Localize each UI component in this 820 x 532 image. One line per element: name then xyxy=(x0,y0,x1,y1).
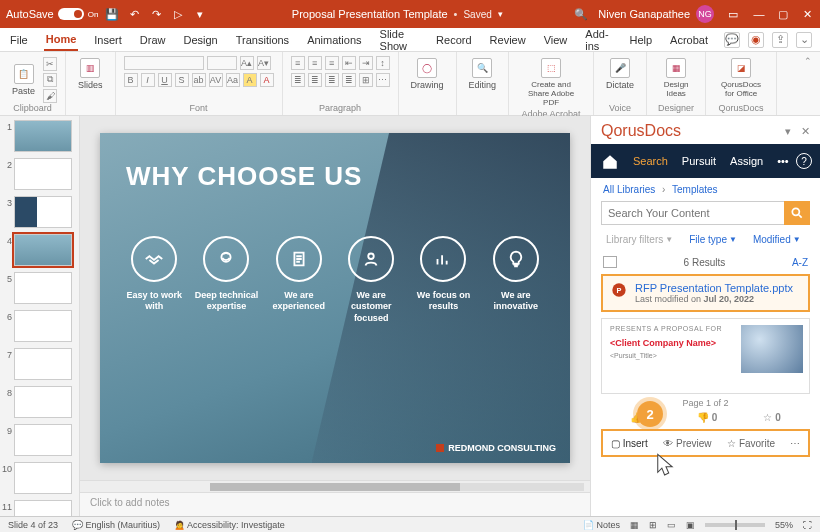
paste-button[interactable]: 📋 Paste xyxy=(8,62,39,98)
tab-insert[interactable]: Insert xyxy=(92,30,124,50)
collapse-icon[interactable]: ⌃ xyxy=(796,52,820,115)
slide-title[interactable]: WHY CHOOSE US xyxy=(100,133,570,192)
thumbnail-11[interactable]: 11 xyxy=(2,500,77,516)
home-icon[interactable] xyxy=(601,153,619,169)
more-actions-icon[interactable]: ⋯ xyxy=(786,438,804,449)
tab-acrobat[interactable]: Acrobat xyxy=(668,30,710,50)
zoom-slider[interactable] xyxy=(705,523,765,527)
doc-name[interactable]: Proposal Presentation Template xyxy=(292,8,448,20)
filter-library[interactable]: Library filters▼ xyxy=(601,231,678,248)
drawing-button[interactable]: ◯Drawing xyxy=(407,56,448,92)
thumbnail-9[interactable]: 9 xyxy=(2,424,77,456)
crumb-current[interactable]: Templates xyxy=(672,184,718,195)
favorite-button[interactable]: ☆ Favorite xyxy=(723,438,779,449)
feature-6[interactable]: We are innovative xyxy=(480,236,552,313)
search-input[interactable] xyxy=(601,201,784,225)
overflow-icon[interactable]: ▾ xyxy=(194,8,206,20)
share-icon[interactable]: ⇪ xyxy=(772,32,788,48)
react-star[interactable]: ☆ 0 xyxy=(763,412,781,423)
cut-icon[interactable]: ✂ xyxy=(43,57,57,71)
format-painter-icon[interactable]: 🖌 xyxy=(43,89,57,103)
tab-view[interactable]: View xyxy=(542,30,570,50)
tab-file[interactable]: File xyxy=(8,30,30,50)
lang-indicator[interactable]: 💬 English (Mauritius) xyxy=(72,520,160,530)
notes-pane[interactable]: Click to add notes xyxy=(80,492,590,516)
feature-5[interactable]: We focus on results xyxy=(407,236,479,313)
slide-counter[interactable]: Slide 4 of 23 xyxy=(8,520,58,530)
toggle-switch[interactable] xyxy=(58,8,84,20)
thumbnail-2[interactable]: 2 xyxy=(2,158,77,190)
zoom-value[interactable]: 55% xyxy=(775,520,793,530)
minimize-icon[interactable]: — xyxy=(752,8,766,21)
preview-button[interactable]: 👁 Preview xyxy=(659,438,716,449)
redo-icon[interactable]: ↷ xyxy=(150,8,162,20)
slide-canvas[interactable]: WHY CHOOSE US Easy to work with Deep tec… xyxy=(80,116,590,480)
feature-1[interactable]: Easy to work with xyxy=(118,236,190,313)
view-sorter-icon[interactable]: ⊞ xyxy=(649,520,657,530)
tab-design[interactable]: Design xyxy=(181,30,219,50)
adobe-pdf-button[interactable]: ⬚Create and Share Adobe PDF xyxy=(517,56,585,109)
feature-4[interactable]: We are customer focused xyxy=(335,236,407,324)
announce-icon[interactable] xyxy=(603,256,617,268)
react-neutral[interactable]: 👎 0 xyxy=(697,412,718,423)
tab-transitions[interactable]: Transitions xyxy=(234,30,291,50)
search-button[interactable] xyxy=(784,201,810,225)
thumbnail-3[interactable]: 3 xyxy=(2,196,77,228)
view-slideshow-icon[interactable]: ▣ xyxy=(686,520,695,530)
horizontal-scrollbar[interactable] xyxy=(80,480,590,492)
pane-menu-icon[interactable]: ▾ xyxy=(785,125,791,138)
fit-to-window-icon[interactable]: ⛶ xyxy=(803,520,812,530)
feature-2[interactable]: Deep technical expertise xyxy=(190,236,262,313)
result-preview[interactable]: PRESENTS A PROPOSAL FOR <Client Company … xyxy=(601,318,810,394)
undo-icon[interactable]: ↶ xyxy=(128,8,140,20)
view-reading-icon[interactable]: ▭ xyxy=(667,520,676,530)
tab-animations[interactable]: Animations xyxy=(305,30,363,50)
tab-addins[interactable]: Add-ins xyxy=(583,24,613,56)
design-ideas-button[interactable]: ▦Design Ideas xyxy=(655,56,697,100)
view-normal-icon[interactable]: ▦ xyxy=(630,520,639,530)
result-card[interactable]: P RFP Presentation Template.pptx Last mo… xyxy=(601,274,810,312)
ribbon-mode-icon[interactable]: ▭ xyxy=(728,8,738,21)
tab-review[interactable]: Review xyxy=(488,30,528,50)
tab-help[interactable]: Help xyxy=(627,30,654,50)
tab-slideshow[interactable]: Slide Show xyxy=(378,24,421,56)
maximize-icon[interactable]: ▢ xyxy=(776,8,790,21)
insert-button[interactable]: ▢ Insert xyxy=(607,438,652,449)
crumb-root[interactable]: All Libraries xyxy=(603,184,655,195)
nav-assign[interactable]: Assign xyxy=(730,155,763,167)
catchup-icon[interactable]: ◉ xyxy=(748,32,764,48)
collapse-ribbon-icon[interactable]: ⌄ xyxy=(796,32,812,48)
preview-pager[interactable]: Page 1 of 2 xyxy=(591,394,820,412)
slides-button[interactable]: ▥ Slides xyxy=(74,56,107,92)
close-icon[interactable]: ✕ xyxy=(800,8,814,21)
thumbnail-6[interactable]: 6 xyxy=(2,310,77,342)
present-icon[interactable]: ▷ xyxy=(172,8,184,20)
tab-home[interactable]: Home xyxy=(44,29,79,51)
thumbnail-8[interactable]: 8 xyxy=(2,386,77,418)
nav-pursuit[interactable]: Pursuit xyxy=(682,155,716,167)
search-icon[interactable]: 🔍 xyxy=(574,8,588,21)
pane-close-icon[interactable]: ✕ xyxy=(801,125,810,138)
tab-draw[interactable]: Draw xyxy=(138,30,168,50)
tab-record[interactable]: Record xyxy=(434,30,473,50)
filter-modified[interactable]: Modified▼ xyxy=(748,231,806,248)
accessibility-indicator[interactable]: 🙍 Accessibility: Investigate xyxy=(174,520,285,530)
nav-search[interactable]: Search xyxy=(633,155,668,167)
thumbnail-7[interactable]: 7 xyxy=(2,348,77,380)
qorusdocs-button[interactable]: ◪QorusDocs for Office xyxy=(714,56,768,100)
thumbnail-4[interactable]: 4 xyxy=(2,234,77,266)
thumbnail-panel[interactable]: 1 2 3 4 5 6 7 8 9 10 11 xyxy=(0,116,80,516)
save-icon[interactable]: 💾 xyxy=(106,8,118,20)
current-slide[interactable]: WHY CHOOSE US Easy to work with Deep tec… xyxy=(100,133,570,463)
copy-icon[interactable]: ⧉ xyxy=(43,73,57,87)
notes-toggle[interactable]: 📄 Notes xyxy=(583,520,620,530)
comments-icon[interactable]: 💬 xyxy=(724,32,740,48)
help-icon[interactable]: ? xyxy=(796,153,812,169)
filter-file-type[interactable]: File type▼ xyxy=(684,231,742,248)
feature-3[interactable]: We are experienced xyxy=(263,236,335,313)
user-account[interactable]: Niven Ganapathee NG xyxy=(598,5,714,23)
thumbnail-10[interactable]: 10 xyxy=(2,462,77,494)
autosave-toggle[interactable]: AutoSave On xyxy=(6,8,98,20)
thumbnail-1[interactable]: 1 xyxy=(2,120,77,152)
sort-toggle[interactable]: A-Z xyxy=(792,257,808,268)
